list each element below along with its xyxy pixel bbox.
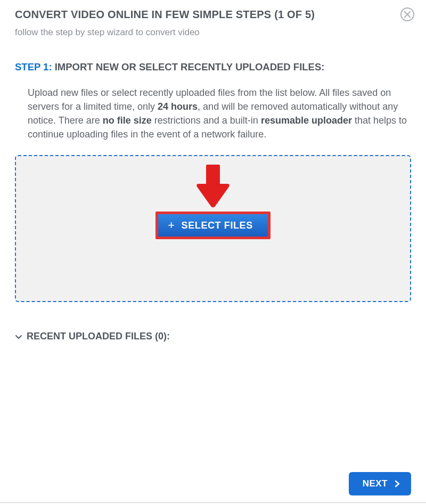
chevron-down-icon [15,333,22,340]
close-icon [404,11,411,18]
step-title: IMPORT NEW OR SELECT RECENTLY UPLOADED F… [55,61,325,72]
chevron-right-icon [394,480,400,487]
file-dropzone[interactable]: + SELECT FILES [15,155,411,302]
arrow-down-icon [195,162,231,209]
divider [0,502,426,503]
page-title: CONVERT VIDEO ONLINE IN FEW SIMPLE STEPS… [15,9,411,21]
step-heading: STEP 1: IMPORT NEW OR SELECT RECENTLY UP… [15,61,411,73]
instruction-bold-nofilesize: no file size [103,115,152,126]
close-button[interactable] [400,7,414,21]
recent-files-toggle[interactable]: RECENT UPLOADED FILES (0): [15,331,411,342]
instruction-text: restrictions and a built-in [152,115,261,126]
plus-icon: + [168,220,175,231]
select-files-highlight: + SELECT FILES [155,212,271,239]
step-number-label: STEP 1: [15,61,52,72]
instruction-bold-24hours: 24 hours [158,101,198,112]
next-button-label: NEXT [363,478,388,489]
page-subtitle: follow the step by step wizard to conver… [15,27,411,38]
select-files-label: SELECT FILES [182,220,253,231]
next-button[interactable]: NEXT [349,472,411,495]
instruction-paragraph: Upload new files or select recently uplo… [28,86,411,141]
select-files-button[interactable]: + SELECT FILES [158,214,268,237]
recent-files-label: RECENT UPLOADED FILES (0): [27,331,170,342]
instruction-bold-resumable: resumable uploader [261,115,352,126]
